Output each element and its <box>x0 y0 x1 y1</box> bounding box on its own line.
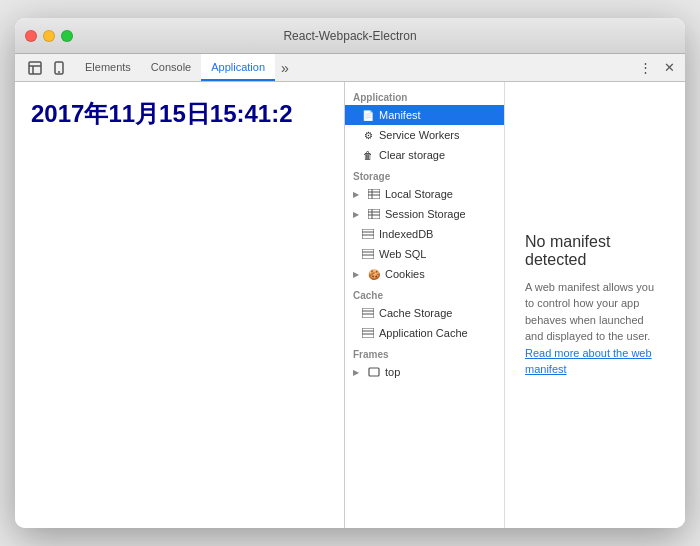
sidebar-item-clear-storage[interactable]: 🗑 Clear storage <box>345 145 504 165</box>
sidebar-item-local-storage[interactable]: ▶ Local Storage <box>345 184 504 204</box>
devtools-detail-pane: No manifest detected A web manifest allo… <box>505 82 685 528</box>
sidebar-item-cookies[interactable]: ▶ 🍪 Cookies <box>345 264 504 284</box>
cookies-label: Cookies <box>385 268 425 280</box>
manifest-label: Manifest <box>379 109 421 121</box>
device-icon-button[interactable] <box>49 58 69 78</box>
no-manifest-description: A web manifest allows you to control how… <box>525 279 665 378</box>
sidebar-item-web-sql[interactable]: Web SQL <box>345 244 504 264</box>
local-storage-label: Local Storage <box>385 188 453 200</box>
tab-console[interactable]: Console <box>141 54 201 81</box>
app-window: React-Webpack-Electron <box>15 18 685 528</box>
svg-rect-25 <box>369 368 379 376</box>
web-sql-label: Web SQL <box>379 248 427 260</box>
manifest-icon: 📄 <box>361 108 375 122</box>
sidebar-item-frames-top[interactable]: ▶ top <box>345 362 504 382</box>
app-content-pane: 2017年11月15日15:41:2 <box>15 82 345 528</box>
clear-storage-icon: 🗑 <box>361 148 375 162</box>
session-storage-label: Session Storage <box>385 208 466 220</box>
devtools-sidebar: Application 📄 Manifest ⚙ Service Workers… <box>345 82 505 528</box>
tab-elements[interactable]: Elements <box>75 54 141 81</box>
tab-actions: ⋮ ✕ <box>635 54 685 81</box>
application-cache-label: Application Cache <box>379 327 468 339</box>
close-button[interactable] <box>25 30 37 42</box>
section-storage-label: Storage <box>345 165 504 184</box>
svg-rect-9 <box>368 209 380 219</box>
no-manifest-title: No manifest detected <box>525 233 665 269</box>
main-split: 2017年11月15日15:41:2 Application 📄 Manifes… <box>15 82 685 528</box>
more-tabs-button[interactable]: » <box>275 54 295 81</box>
frames-top-icon <box>367 365 381 379</box>
window-title: React-Webpack-Electron <box>283 29 416 43</box>
no-manifest-desc-text: A web manifest allows you to control how… <box>525 281 654 343</box>
no-manifest-link[interactable]: Read more about the web manifest <box>525 347 652 376</box>
sidebar-item-indexeddb[interactable]: IndexedDB <box>345 224 504 244</box>
svg-rect-5 <box>368 189 380 199</box>
svg-rect-16 <box>362 249 374 259</box>
titlebar: React-Webpack-Electron <box>15 18 685 54</box>
cookies-icon: 🍪 <box>367 267 381 281</box>
frames-top-label: top <box>385 366 400 378</box>
clear-storage-label: Clear storage <box>379 149 445 161</box>
svg-rect-22 <box>362 328 374 338</box>
section-cache-label: Cache <box>345 284 504 303</box>
devtools-pane: Application 📄 Manifest ⚙ Service Workers… <box>345 82 685 528</box>
session-storage-arrow: ▶ <box>353 210 363 219</box>
service-workers-icon: ⚙ <box>361 128 375 142</box>
cache-storage-icon <box>361 306 375 320</box>
sidebar-item-service-workers[interactable]: ⚙ Service Workers <box>345 125 504 145</box>
local-storage-arrow: ▶ <box>353 190 363 199</box>
cache-storage-label: Cache Storage <box>379 307 452 319</box>
inspect-icon-button[interactable] <box>25 58 45 78</box>
devtools-body: Application 📄 Manifest ⚙ Service Workers… <box>345 82 685 528</box>
indexeddb-icon <box>361 227 375 241</box>
sidebar-item-manifest[interactable]: 📄 Manifest <box>345 105 504 125</box>
tab-application[interactable]: Application <box>201 54 275 81</box>
local-storage-icon <box>367 187 381 201</box>
datetime-display: 2017年11月15日15:41:2 <box>31 98 293 130</box>
frames-top-arrow: ▶ <box>353 368 363 377</box>
minimize-button[interactable] <box>43 30 55 42</box>
svg-rect-0 <box>29 62 41 74</box>
sidebar-item-session-storage[interactable]: ▶ Session Storage <box>345 204 504 224</box>
indexeddb-label: IndexedDB <box>379 228 433 240</box>
kebab-menu-button[interactable]: ⋮ <box>635 58 655 78</box>
no-manifest-container: No manifest detected A web manifest allo… <box>525 233 665 378</box>
close-devtools-button[interactable]: ✕ <box>659 58 679 78</box>
service-workers-label: Service Workers <box>379 129 459 141</box>
tab-icon-group <box>19 54 75 81</box>
window-content: Elements Console Application » ⋮ ✕ 2017年… <box>15 54 685 528</box>
cookies-arrow: ▶ <box>353 270 363 279</box>
section-frames-label: Frames <box>345 343 504 362</box>
svg-rect-19 <box>362 308 374 318</box>
traffic-lights <box>25 30 73 42</box>
session-storage-icon <box>367 207 381 221</box>
svg-rect-13 <box>362 229 374 239</box>
sidebar-item-cache-storage[interactable]: Cache Storage <box>345 303 504 323</box>
application-cache-icon <box>361 326 375 340</box>
devtools-tab-bar: Elements Console Application » ⋮ ✕ <box>15 54 685 82</box>
section-application-label: Application <box>345 86 504 105</box>
sidebar-item-application-cache[interactable]: Application Cache <box>345 323 504 343</box>
web-sql-icon <box>361 247 375 261</box>
maximize-button[interactable] <box>61 30 73 42</box>
